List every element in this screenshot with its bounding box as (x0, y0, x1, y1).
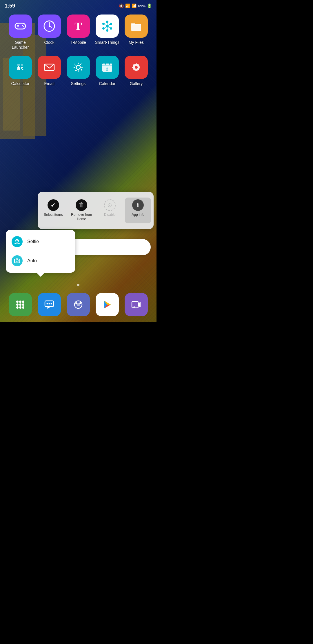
svg-point-4 (22, 25, 23, 26)
app-info-icon: ℹ (132, 199, 144, 211)
select-items-icon: ✔ (48, 199, 59, 211)
email-icon (38, 56, 61, 79)
calculator-icon (9, 56, 32, 79)
smart-things-label: Smart-Things (95, 40, 119, 45)
app-grid: Game Launcher Clock T T-Mobile (0, 15, 156, 92)
calendar-icon: 2 (96, 56, 119, 79)
svg-point-5 (23, 26, 24, 27)
svg-point-40 (135, 66, 138, 69)
camera-popup: Selfie Auto (6, 230, 75, 273)
clock-label: Clock (44, 40, 54, 45)
svg-rect-71 (132, 301, 138, 308)
popup-selfie[interactable]: Selfie (6, 232, 75, 251)
svg-line-46 (139, 70, 139, 70)
svg-point-60 (16, 306, 19, 309)
app-info-label: App info (132, 213, 144, 217)
svg-point-70 (79, 302, 81, 304)
battery-percent: 69% (138, 4, 145, 8)
dock-screen-recorder[interactable] (125, 293, 148, 316)
svg-point-56 (22, 301, 24, 303)
app-row-1: Game Launcher Clock T T-Mobile (6, 15, 151, 50)
svg-rect-0 (15, 23, 26, 29)
app-calculator[interactable]: Calculator (6, 56, 35, 86)
page-indicator (77, 282, 79, 287)
dock (6, 293, 151, 316)
svg-text:2: 2 (106, 67, 108, 71)
wifi-icon: 📶 (125, 3, 130, 8)
app-clock[interactable]: Clock (35, 15, 64, 50)
svg-point-54 (16, 301, 19, 303)
dock-messages[interactable] (38, 293, 61, 316)
svg-rect-37 (109, 62, 110, 65)
email-label: Email (44, 81, 54, 86)
page-dot (77, 284, 79, 286)
svg-point-57 (16, 303, 19, 306)
settings-label: Settings (71, 81, 86, 86)
status-icons: 🔇 📶 📶 69% 🔋 (119, 3, 152, 8)
app-gallery[interactable]: Gallery (122, 56, 151, 86)
svg-point-55 (19, 301, 21, 303)
svg-point-52 (16, 260, 18, 262)
auto-label: Auto (27, 258, 37, 263)
dock-bixby[interactable] (67, 293, 90, 316)
svg-point-15 (102, 27, 105, 30)
svg-point-9 (49, 26, 50, 27)
svg-point-66 (51, 303, 52, 305)
signal-icon: 📶 (132, 3, 137, 8)
status-bar: 1:59 🔇 📶 📶 69% 🔋 (0, 0, 156, 12)
svg-line-45 (134, 64, 134, 65)
svg-line-19 (105, 24, 106, 25)
clock-icon (38, 15, 61, 38)
t-mobile-icon: T (67, 15, 90, 38)
selfie-icon (12, 236, 23, 247)
smart-things-icon (96, 15, 119, 38)
mute-icon: 🔇 (119, 3, 124, 8)
app-calendar[interactable]: 2 Calendar (93, 56, 122, 86)
svg-point-62 (22, 306, 24, 309)
app-smart-things[interactable]: Smart-Things (93, 15, 122, 50)
svg-point-59 (22, 303, 24, 306)
disable-label: Disable (104, 213, 116, 217)
battery-icon: 🔋 (147, 3, 152, 8)
svg-point-50 (17, 240, 18, 241)
disable-icon: ⊙ (104, 199, 116, 211)
app-t-mobile[interactable]: T T-Mobile (64, 15, 93, 50)
game-launcher-label: Game Launcher (6, 40, 35, 50)
svg-rect-53 (16, 258, 18, 259)
gallery-icon (125, 56, 148, 79)
svg-point-11 (106, 21, 108, 23)
dock-play-store[interactable] (96, 293, 119, 316)
settings-icon (67, 56, 90, 79)
my-files-label: My Files (129, 40, 144, 45)
app-my-files[interactable]: My Files (122, 15, 151, 50)
context-disable[interactable]: ⊙ Disable (97, 198, 123, 223)
app-settings[interactable]: Settings (64, 56, 93, 86)
selfie-label: Selfie (27, 239, 39, 244)
svg-point-10 (106, 25, 109, 28)
svg-line-20 (108, 27, 110, 28)
svg-point-12 (106, 29, 108, 32)
context-remove-home[interactable]: 🗑 Remove from Home (68, 198, 94, 223)
dock-app-drawer[interactable] (9, 293, 32, 316)
context-menu-row: ✔ Select items 🗑 Remove from Home ⊙ Disa… (38, 195, 154, 226)
my-files-icon (125, 15, 148, 38)
app-email[interactable]: Email (35, 56, 64, 86)
svg-rect-36 (105, 62, 106, 65)
svg-line-22 (108, 24, 110, 25)
context-select-items[interactable]: ✔ Select items (40, 198, 66, 223)
svg-line-29 (21, 68, 23, 70)
svg-point-58 (19, 303, 21, 306)
popup-auto[interactable]: Auto (6, 251, 75, 270)
svg-point-65 (49, 303, 50, 305)
svg-point-69 (75, 302, 77, 304)
app-row-2: Calculator Email (6, 56, 151, 86)
t-mobile-label: T-Mobile (70, 40, 86, 45)
auto-icon (12, 255, 23, 266)
svg-point-13 (102, 23, 105, 25)
app-game-launcher[interactable]: Game Launcher (6, 15, 35, 50)
remove-home-label: Remove from Home (70, 213, 93, 222)
context-app-info[interactable]: ℹ App info (125, 198, 151, 223)
svg-point-16 (110, 27, 112, 30)
context-menu: ✔ Select items 🗑 Remove from Home ⊙ Disa… (38, 192, 154, 229)
svg-line-48 (134, 70, 134, 70)
